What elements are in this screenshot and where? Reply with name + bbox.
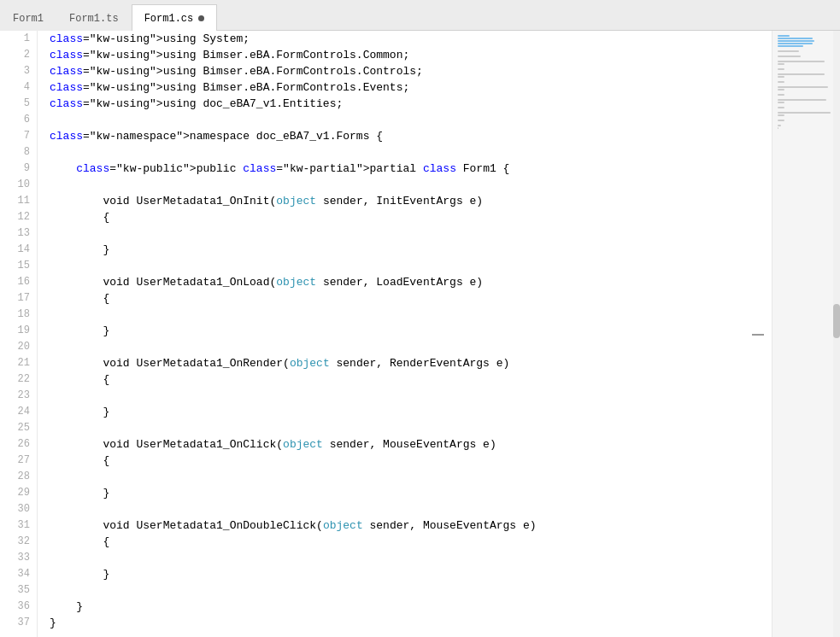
line-number: 25 — [0, 420, 30, 436]
line-number: 10 — [0, 177, 30, 193]
code-line — [50, 501, 772, 517]
code-line: } — [50, 404, 772, 420]
line-number: 19 — [0, 323, 30, 339]
minimap-line — [778, 120, 784, 121]
line-number: 27 — [0, 453, 30, 469]
tab-modified-dot — [198, 15, 204, 21]
line-number: 26 — [0, 436, 30, 453]
minimap-line — [778, 107, 784, 108]
code-line: } — [50, 599, 772, 615]
minimap-line — [778, 68, 784, 70]
line-numbers: 1234567891011121314151617181920212223242… — [0, 31, 38, 637]
tab-form1-ts[interactable]: Form1.ts — [56, 4, 132, 32]
line-number: 11 — [0, 193, 30, 209]
fold-indicator — [752, 334, 764, 336]
tab-form1[interactable]: Form1 — [0, 4, 56, 32]
code-line: } — [50, 485, 772, 501]
code-line: { — [50, 371, 772, 388]
line-number: 3 — [0, 63, 30, 79]
line-number: 35 — [0, 582, 30, 599]
line-number: 13 — [0, 225, 30, 242]
tab-bar: Form1 Form1.ts Form1.cs — [0, 0, 840, 31]
code-line — [50, 420, 772, 436]
line-number: 5 — [0, 96, 30, 112]
line-number: 1 — [0, 31, 30, 47]
minimap-line — [778, 127, 778, 129]
line-number: 21 — [0, 355, 30, 371]
minimap — [772, 31, 840, 637]
code-line — [50, 177, 772, 193]
tab-form1-ts-label: Form1.ts — [69, 13, 119, 25]
code-line: class="kw-using">using Bimser.eBA.FormCo… — [50, 47, 772, 63]
code-line — [50, 144, 772, 161]
tab-form1-cs[interactable]: Form1.cs — [132, 4, 218, 32]
minimap-line — [778, 38, 813, 39]
line-number: 9 — [0, 161, 30, 177]
minimap-line — [778, 99, 826, 101]
minimap-line — [778, 125, 781, 126]
code-line — [50, 582, 772, 599]
code-line: { — [50, 209, 772, 225]
minimap-line — [778, 35, 790, 37]
line-number: 4 — [0, 79, 30, 96]
code-line — [50, 307, 772, 323]
line-number: 32 — [0, 534, 30, 550]
code-line: class="kw-namespace">namespace doc_eBA7_… — [50, 128, 772, 144]
code-area[interactable]: class="kw-using">using System;class="kw-… — [38, 31, 772, 637]
code-line — [50, 258, 772, 274]
code-line — [50, 550, 772, 566]
minimap-line — [778, 50, 799, 52]
minimap-line — [778, 76, 784, 78]
line-number: 28 — [0, 469, 30, 485]
line-number: 17 — [0, 290, 30, 307]
code-line: void UserMetadata1_OnDoubleClick(object … — [50, 517, 772, 534]
minimap-line — [778, 112, 831, 114]
code-line: class="kw-using">using Bimser.eBA.FormCo… — [50, 63, 772, 79]
code-line — [50, 469, 772, 485]
minimap-line — [778, 61, 825, 62]
code-line — [50, 112, 772, 128]
minimap-line — [778, 43, 813, 44]
line-number: 20 — [0, 339, 30, 355]
line-number: 29 — [0, 485, 30, 501]
code-line: void UserMetadata1_OnLoad(object sender,… — [50, 274, 772, 290]
scrollbar-track — [833, 31, 840, 637]
code-line: class="kw-public">public class="kw-parti… — [50, 161, 772, 177]
line-number: 6 — [0, 112, 30, 128]
code-line: { — [50, 453, 772, 469]
code-line: class="kw-using">using Bimser.eBA.FormCo… — [50, 79, 772, 96]
minimap-line — [778, 102, 784, 103]
minimap-line — [778, 81, 784, 83]
code-line — [50, 225, 772, 242]
line-number: 36 — [0, 599, 30, 615]
line-number: 7 — [0, 128, 30, 144]
line-number: 22 — [0, 371, 30, 388]
line-number: 31 — [0, 517, 30, 534]
line-number: 23 — [0, 388, 30, 404]
line-number: 12 — [0, 209, 30, 225]
tab-form1-cs-label: Form1.cs — [144, 13, 194, 25]
tab-form1-label: Form1 — [13, 13, 44, 25]
scrollbar-thumb[interactable] — [833, 304, 840, 338]
code-line: } — [50, 323, 772, 339]
minimap-line — [778, 114, 784, 116]
line-number: 2 — [0, 47, 30, 63]
minimap-line — [778, 63, 784, 65]
line-number: 34 — [0, 566, 30, 582]
code-line: } — [50, 615, 772, 631]
editor-container: 1234567891011121314151617181920212223242… — [0, 31, 840, 637]
code-line: void UserMetadata1_OnInit(object sender,… — [50, 193, 772, 209]
minimap-line — [778, 56, 801, 57]
code-line: class="kw-using">using doc_eBA7_v1.Entit… — [50, 96, 772, 112]
code-line: class="kw-using">using System; — [50, 31, 772, 47]
minimap-line — [778, 45, 803, 47]
code-line — [50, 388, 772, 404]
code-line: } — [50, 242, 772, 258]
code-line: void UserMetadata1_OnClick(object sender… — [50, 436, 772, 453]
minimap-line — [778, 94, 784, 96]
line-number: 15 — [0, 258, 30, 274]
minimap-content — [772, 31, 840, 133]
code-line: } — [50, 566, 772, 582]
line-number: 33 — [0, 550, 30, 566]
line-number: 16 — [0, 274, 30, 290]
